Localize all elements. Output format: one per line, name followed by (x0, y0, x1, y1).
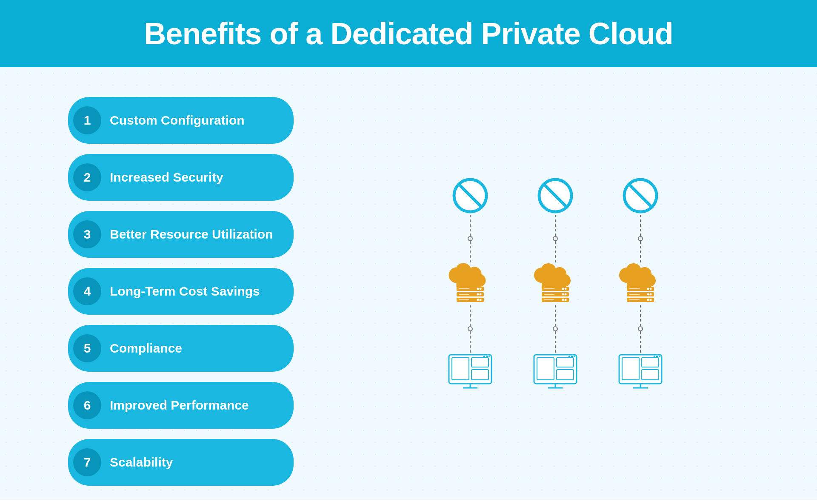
cloud-server-3 (615, 262, 666, 305)
svg-point-65 (656, 356, 658, 357)
svg-point-19 (486, 356, 488, 357)
svg-point-58 (647, 299, 649, 301)
dot-top-2 (553, 236, 558, 241)
cloud-server-1 (445, 262, 496, 305)
svg-point-18 (483, 356, 485, 357)
benefit-item-5: 5Compliance (68, 325, 294, 372)
benefit-item-6: 6Improved Performance (68, 382, 294, 429)
svg-rect-40 (557, 370, 574, 380)
svg-point-35 (562, 299, 564, 301)
svg-point-66 (659, 356, 660, 357)
benefit-number-7: 7 (73, 448, 101, 476)
svg-point-57 (650, 293, 652, 295)
svg-point-11 (480, 293, 482, 295)
monitor-2 (532, 353, 579, 391)
page-title: Benefits of a Dedicated Private Cloud (0, 16, 817, 51)
svg-rect-15 (452, 358, 469, 380)
monitor-1 (447, 353, 494, 391)
svg-rect-63 (642, 370, 659, 380)
benefits-list: 1Custom Configuration2Increased Security… (0, 67, 294, 500)
benefit-number-3: 3 (73, 220, 101, 248)
server-column-1 (445, 177, 496, 391)
benefit-item-7: 7Scalability (68, 439, 294, 486)
svg-point-36 (565, 299, 567, 301)
dot-bottom-2 (553, 326, 558, 331)
dot-top-1 (468, 236, 473, 241)
svg-point-12 (477, 299, 479, 301)
dot-top-3 (638, 236, 643, 241)
svg-point-33 (562, 293, 564, 295)
dashed-line-top-2 (555, 215, 556, 236)
monitor-3 (617, 353, 664, 391)
svg-point-13 (480, 299, 482, 301)
dot-bottom-1 (468, 326, 473, 331)
svg-point-54 (647, 288, 649, 290)
svg-point-34 (565, 293, 567, 295)
svg-point-31 (562, 288, 564, 290)
svg-point-56 (647, 293, 649, 295)
ban-icon-3 (621, 177, 660, 215)
main-content: 1Custom Configuration2Increased Security… (0, 67, 817, 500)
server-column-3 (615, 177, 666, 391)
svg-rect-16 (471, 358, 488, 367)
svg-point-8 (477, 288, 479, 290)
benefit-label-6: Improved Performance (110, 398, 249, 413)
dashed-line-mid1-2 (555, 241, 556, 262)
benefit-item-2: 2Increased Security (68, 154, 294, 201)
svg-rect-39 (557, 358, 574, 367)
svg-rect-62 (642, 358, 659, 367)
svg-point-20 (488, 356, 490, 357)
dashed-line-bottom-3 (640, 331, 641, 353)
svg-point-43 (574, 356, 575, 357)
benefit-label-2: Increased Security (110, 170, 223, 185)
svg-rect-38 (537, 358, 554, 380)
ban-icon-2 (536, 177, 574, 215)
dashed-line-mid1-1 (470, 241, 471, 262)
svg-point-55 (650, 288, 652, 290)
dashed-line-top-1 (470, 215, 471, 236)
server-column-2 (530, 177, 581, 391)
svg-point-41 (568, 356, 570, 357)
benefit-number-2: 2 (73, 163, 101, 191)
svg-rect-61 (622, 358, 639, 380)
benefit-number-4: 4 (73, 277, 101, 305)
dashed-line-bottom-2 (555, 331, 556, 353)
dashed-line-top-3 (640, 215, 641, 236)
dashed-line-mid2-1 (470, 305, 471, 326)
benefit-label-3: Better Resource Utilization (110, 227, 273, 242)
ban-icon-1 (451, 177, 489, 215)
benefit-label-7: Scalability (110, 455, 173, 470)
benefit-label-1: Custom Configuration (110, 113, 245, 128)
svg-point-59 (650, 299, 652, 301)
svg-point-32 (565, 288, 567, 290)
svg-point-42 (571, 356, 573, 357)
dashed-line-mid1-3 (640, 241, 641, 262)
benefit-number-6: 6 (73, 391, 101, 419)
benefit-label-5: Compliance (110, 341, 182, 356)
benefit-item-3: 3Better Resource Utilization (68, 211, 294, 258)
page-header: Benefits of a Dedicated Private Cloud (0, 0, 817, 67)
svg-point-9 (480, 288, 482, 290)
dot-bottom-3 (638, 326, 643, 331)
cloud-server-2 (530, 262, 581, 305)
dashed-line-mid2-2 (555, 305, 556, 326)
svg-point-64 (654, 356, 655, 357)
benefit-item-1: 1Custom Configuration (68, 97, 294, 144)
illustration-panel (294, 67, 817, 500)
benefit-item-4: 4Long-Term Cost Savings (68, 268, 294, 315)
svg-rect-17 (471, 370, 488, 380)
svg-point-10 (477, 293, 479, 295)
benefit-label-4: Long-Term Cost Savings (110, 284, 260, 299)
benefit-number-1: 1 (73, 106, 101, 134)
server-columns (445, 177, 666, 391)
benefit-number-5: 5 (73, 334, 101, 362)
dashed-line-mid2-3 (640, 305, 641, 326)
dashed-line-bottom-1 (470, 331, 471, 353)
